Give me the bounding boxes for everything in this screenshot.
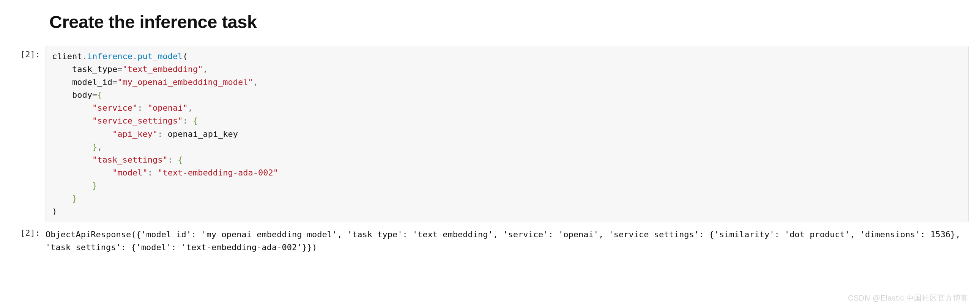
tok: client [52, 52, 82, 61]
indent [52, 77, 72, 87]
indent [52, 90, 72, 100]
tok: , [188, 103, 193, 112]
tok: : [137, 103, 148, 112]
tok: } [92, 181, 97, 190]
tok: = [112, 77, 117, 87]
tok: { [97, 90, 102, 100]
tok: body [72, 90, 92, 100]
output-prompt: [2]: [0, 226, 46, 237]
code-input-area[interactable]: client.inference.put_model( task_type="t… [46, 46, 969, 222]
tok: model_id [72, 77, 112, 87]
tok: = [92, 90, 97, 100]
tok: ( [183, 52, 188, 61]
tok: "openai" [148, 103, 188, 112]
tok: : [183, 116, 193, 125]
tok: ) [52, 207, 57, 216]
tok: , [253, 77, 258, 87]
tok: } [92, 142, 97, 152]
tok: } [72, 194, 77, 203]
tok: "text-embedding-ada-002" [158, 168, 278, 177]
tok: "text_embedding" [122, 65, 203, 74]
tok: "task_settings" [92, 155, 168, 165]
tok: : [158, 129, 168, 139]
tok: "api_key" [112, 129, 158, 139]
tok: : [168, 155, 178, 165]
indent [52, 103, 92, 112]
tok: "service" [92, 103, 137, 112]
indent [52, 155, 92, 165]
tok: { [178, 155, 183, 165]
input-cell: [2]: client.inference.put_model( task_ty… [0, 46, 980, 222]
tok: , [203, 65, 208, 74]
tok: , [97, 142, 102, 152]
tok: = [117, 65, 122, 74]
code-content: client.inference.put_model( task_type="t… [52, 50, 962, 218]
indent [52, 194, 72, 203]
notebook-page: Create the inference task [2]: client.in… [0, 0, 980, 307]
tok: "my_openai_embedding_model" [117, 77, 253, 87]
tok: "model" [112, 168, 148, 177]
section-heading: Create the inference task [49, 11, 980, 32]
indent [52, 142, 92, 152]
tok: task_type [72, 65, 117, 74]
tok: { [193, 116, 198, 125]
tok: . [82, 52, 87, 61]
input-prompt: [2]: [0, 46, 46, 59]
output-text: ObjectApiResponse({'model_id': 'my_opena… [46, 226, 980, 254]
indent [52, 65, 72, 74]
indent [52, 181, 92, 190]
tok: put_model [137, 52, 183, 61]
watermark: CSDN @Elastic 中国社区官方博客 [848, 293, 969, 303]
tok: "service_settings" [92, 116, 183, 125]
tok: inference [87, 52, 132, 61]
tok: openai_api_key [168, 129, 238, 139]
tok: . [132, 52, 137, 61]
indent [52, 168, 112, 177]
tok: : [148, 168, 158, 177]
indent [52, 116, 92, 125]
output-cell: [2]: ObjectApiResponse({'model_id': 'my_… [0, 226, 980, 254]
indent [52, 129, 112, 139]
